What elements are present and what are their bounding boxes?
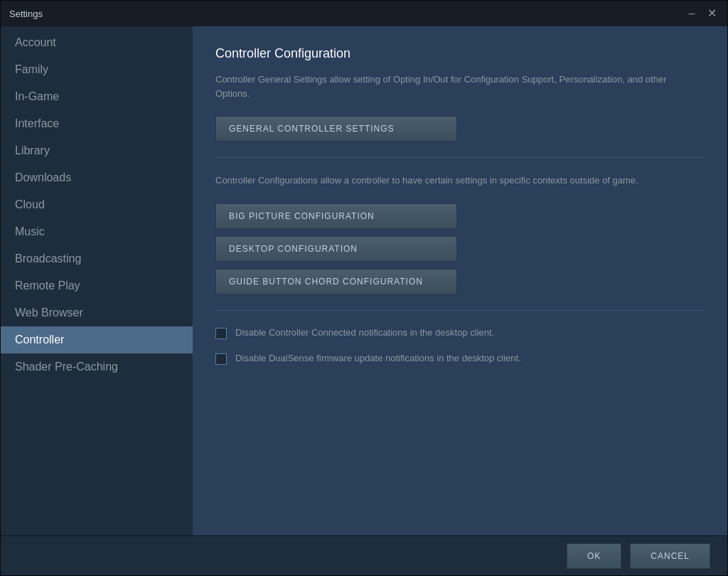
- sidebar-item-interface[interactable]: Interface: [1, 110, 193, 137]
- sidebar-item-cloud[interactable]: Cloud: [1, 191, 193, 218]
- main-content: Controller Configuration Controller Gene…: [193, 26, 727, 535]
- bottom-bar: OK CANCEL: [1, 535, 727, 575]
- desktop-configuration-button[interactable]: DESKTOP CONFIGURATION: [215, 236, 457, 262]
- sidebar-item-controller[interactable]: Controller: [1, 326, 193, 353]
- sidebar-item-library[interactable]: Library: [1, 137, 193, 164]
- minimize-button[interactable]: –: [685, 6, 699, 21]
- sidebar-item-web-browser[interactable]: Web Browser: [1, 299, 193, 326]
- disable-dualsense-notifications-checkbox[interactable]: [215, 353, 227, 365]
- divider: [215, 157, 705, 158]
- sidebar-item-downloads[interactable]: Downloads: [1, 164, 193, 191]
- big-picture-configuration-button[interactable]: BIG PICTURE CONFIGURATION: [215, 203, 457, 229]
- close-button[interactable]: ✕: [705, 6, 719, 21]
- sidebar: Account Family In-Game Interface Library…: [1, 26, 193, 535]
- sidebar-item-shader-pre-caching[interactable]: Shader Pre-Caching: [1, 353, 193, 380]
- sidebar-item-account[interactable]: Account: [1, 29, 193, 56]
- general-controller-settings-button[interactable]: GENERAL CONTROLLER SETTINGS: [215, 116, 457, 142]
- sidebar-item-music[interactable]: Music: [1, 218, 193, 245]
- disable-controller-notifications-label: Disable Controller Connected notificatio…: [235, 326, 494, 339]
- sidebar-item-broadcasting[interactable]: Broadcasting: [1, 245, 193, 272]
- description-text-2: Controller Configurations allow a contro…: [215, 174, 678, 188]
- checkbox-row-1: Disable Controller Connected notificatio…: [215, 326, 705, 339]
- divider-2: [215, 310, 705, 311]
- guide-button-chord-configuration-button[interactable]: GUIDE BUTTON CHORD CONFIGURATION: [215, 269, 457, 294]
- disable-controller-notifications-checkbox[interactable]: [215, 328, 227, 339]
- sidebar-item-remote-play[interactable]: Remote Play: [1, 272, 193, 299]
- description-text: Controller General Settings allow settin…: [215, 73, 678, 100]
- checkbox-row-2: Disable DualSense firmware update notifi…: [215, 352, 705, 365]
- cancel-button[interactable]: CANCEL: [630, 543, 710, 569]
- sidebar-item-family[interactable]: Family: [1, 56, 193, 83]
- settings-window: Settings – ✕ Account Family In-Game Inte…: [0, 0, 728, 576]
- section-title: Controller Configuration: [215, 46, 705, 61]
- window-title: Settings: [9, 9, 43, 19]
- disable-dualsense-notifications-label: Disable DualSense firmware update notifi…: [235, 352, 521, 365]
- ok-button[interactable]: OK: [567, 543, 621, 569]
- title-bar: Settings – ✕: [1, 1, 727, 26]
- sidebar-item-in-game[interactable]: In-Game: [1, 83, 193, 110]
- content-area: Account Family In-Game Interface Library…: [1, 26, 727, 535]
- window-controls: – ✕: [685, 6, 719, 21]
